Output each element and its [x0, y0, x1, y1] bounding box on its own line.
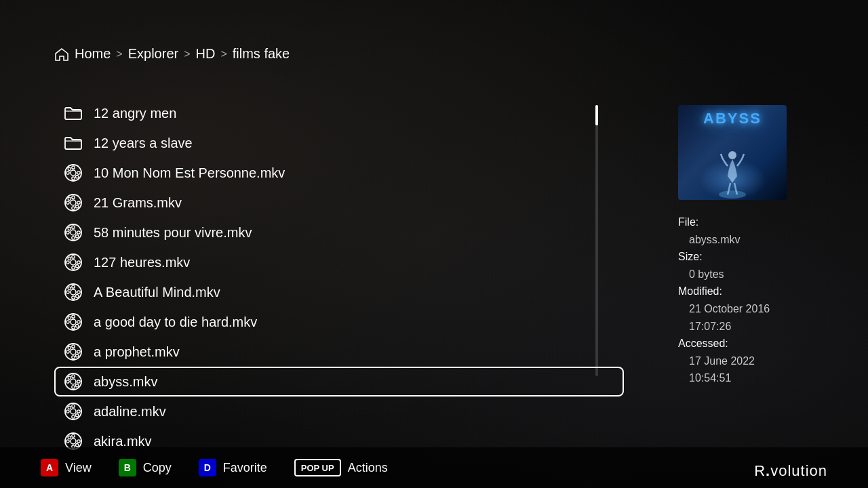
svg-point-7	[76, 176, 79, 178]
svg-point-44	[66, 321, 69, 323]
svg-point-18	[72, 226, 75, 228]
list-item[interactable]: 10 Mon Nom Est Personne.mkv	[54, 158, 624, 188]
film-reel-icon	[64, 372, 83, 391]
svg-point-36	[66, 291, 69, 293]
list-item[interactable]: adaline.mkv	[54, 396, 624, 426]
film-reel-icon	[64, 342, 83, 361]
svg-point-8	[65, 195, 81, 211]
svg-point-22	[68, 227, 71, 230]
action-key-b: B	[119, 459, 136, 476]
svg-point-6	[68, 167, 71, 170]
breadcrumb-films-fake[interactable]: films fake	[233, 46, 290, 62]
svg-point-71	[76, 414, 79, 417]
svg-point-63	[76, 384, 79, 387]
list-item[interactable]: 21 Grams.mkv	[54, 188, 624, 218]
svg-point-52	[66, 350, 69, 353]
svg-point-69	[77, 410, 80, 413]
file-name-label: 12 angry men	[94, 106, 176, 121]
list-item[interactable]: 12 years a slave	[54, 128, 624, 158]
svg-point-61	[77, 380, 80, 383]
svg-point-13	[77, 201, 80, 204]
list-item[interactable]: abyss.mkv	[54, 367, 624, 396]
film-reel-icon	[64, 223, 83, 242]
modified-date: 21 October 2016	[678, 300, 827, 318]
svg-point-30	[68, 257, 71, 260]
svg-point-12	[66, 201, 69, 204]
svg-point-56	[65, 373, 81, 390]
film-reel-icon	[64, 253, 83, 272]
svg-point-65	[71, 409, 76, 414]
breadcrumb-home[interactable]: Home	[75, 46, 111, 62]
svg-point-0	[65, 165, 81, 181]
film-reel-icon	[64, 193, 83, 212]
breadcrumb: Home > Explorer > HD > films fake	[54, 46, 290, 62]
svg-point-4	[66, 171, 69, 174]
svg-point-43	[72, 326, 75, 329]
svg-point-55	[76, 354, 79, 357]
svg-point-14	[68, 197, 71, 200]
file-list: 12 angry men 12 years a slave 10 Mon Nom…	[54, 98, 624, 456]
svg-point-79	[76, 444, 79, 447]
list-item[interactable]: a prophet.mkv	[54, 337, 624, 367]
list-item[interactable]: 12 angry men	[54, 98, 624, 128]
svg-point-15	[76, 205, 79, 208]
svg-point-62	[68, 376, 71, 379]
file-name-label: 10 Mon Nom Est Personne.mkv	[94, 165, 285, 181]
action-label: Favorite	[223, 461, 267, 475]
svg-point-24	[65, 254, 81, 270]
file-name-label: a prophet.mkv	[94, 344, 180, 360]
accessed-date: 17 June 2022	[678, 352, 827, 370]
svg-point-42	[72, 315, 75, 318]
svg-point-10	[72, 196, 75, 199]
list-item[interactable]: a good day to die hard.mkv	[54, 307, 624, 337]
action-button-view[interactable]: AView	[41, 459, 92, 476]
svg-point-45	[77, 321, 80, 323]
svg-point-26	[72, 256, 75, 258]
list-item[interactable]: A Beautiful Mind.mkv	[54, 277, 624, 307]
svg-point-54	[68, 346, 71, 349]
svg-point-59	[72, 386, 75, 388]
svg-point-78	[68, 436, 71, 439]
svg-point-19	[72, 237, 75, 239]
list-item[interactable]: 58 minutes pour vivre.mkv	[54, 218, 624, 247]
svg-point-3	[72, 177, 75, 180]
svg-point-81	[728, 151, 736, 159]
svg-point-77	[77, 440, 80, 443]
svg-point-11	[72, 207, 75, 209]
action-button-actions[interactable]: POP UPActions	[294, 459, 388, 476]
svg-point-37	[77, 291, 80, 293]
folder-icon	[64, 104, 83, 123]
svg-point-21	[77, 231, 80, 234]
poster-title: ABYSS	[678, 110, 787, 127]
svg-point-35	[72, 296, 75, 299]
file-name-label: abyss.mkv	[94, 374, 157, 390]
svg-point-47	[76, 325, 79, 327]
svg-point-64	[65, 403, 81, 420]
svg-point-16	[65, 224, 81, 241]
list-item[interactable]: 127 heures.mkv	[54, 247, 624, 277]
svg-point-33	[71, 289, 76, 295]
svg-point-58	[72, 375, 75, 378]
accessed-time: 10:54:51	[678, 369, 827, 387]
action-button-favorite[interactable]: DFavorite	[199, 459, 267, 476]
svg-point-39	[76, 295, 79, 298]
film-reel-icon	[64, 283, 83, 302]
breadcrumb-explorer[interactable]: Explorer	[128, 46, 178, 62]
svg-point-29	[77, 261, 80, 264]
svg-point-28	[66, 261, 69, 264]
svg-point-76	[66, 440, 69, 443]
action-button-copy[interactable]: BCopy	[119, 459, 172, 476]
svg-point-74	[72, 434, 75, 437]
svg-point-41	[71, 319, 76, 325]
film-reel-icon	[64, 163, 83, 182]
svg-point-68	[66, 410, 69, 413]
file-name-label: 21 Grams.mkv	[94, 195, 182, 211]
film-reel-icon	[64, 312, 83, 331]
svg-point-50	[72, 345, 75, 348]
breadcrumb-hd[interactable]: HD	[196, 46, 216, 62]
svg-point-32	[65, 284, 81, 300]
action-label: Actions	[348, 461, 388, 475]
svg-point-51	[72, 356, 75, 359]
file-name-label: A Beautiful Mind.mkv	[94, 285, 220, 300]
svg-point-2	[72, 166, 75, 169]
